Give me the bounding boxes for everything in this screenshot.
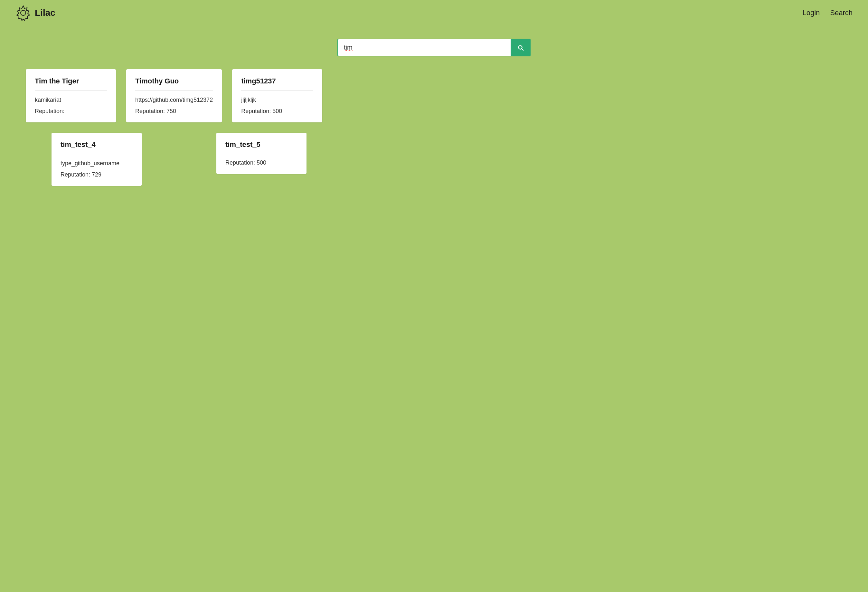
- user-card-4[interactable]: tim_test_4 type_github_username Reputati…: [52, 133, 142, 186]
- card-detail-4: type_github_username: [61, 160, 133, 167]
- card-name-1: Tim the Tiger: [35, 77, 107, 91]
- svg-marker-0: [17, 6, 30, 21]
- card-name-4: tim_test_4: [61, 141, 133, 154]
- search-button[interactable]: [511, 38, 531, 56]
- search-input[interactable]: [337, 38, 511, 56]
- card-name-2: Timothy Guo: [135, 77, 213, 91]
- results-row-1: Tim the Tiger kamikariat Reputation: Tim…: [26, 69, 842, 122]
- user-card-2[interactable]: Timothy Guo https://github.com/timg51237…: [126, 69, 222, 122]
- card-name-3: timg51237: [241, 77, 313, 91]
- user-card-3[interactable]: timg51237 jljljkljk Reputation: 500: [232, 69, 322, 122]
- results-row-2: tim_test_4 type_github_username Reputati…: [26, 133, 842, 186]
- logo-area: Lilac: [15, 5, 55, 21]
- search-link[interactable]: Search: [830, 9, 853, 17]
- user-card-1[interactable]: Tim the Tiger kamikariat Reputation:: [26, 69, 116, 122]
- search-container: [337, 38, 531, 56]
- card-reputation-5: Reputation: 500: [225, 160, 298, 166]
- card-detail-2: https://github.com/timg512372: [135, 96, 213, 104]
- results-section: Tim the Tiger kamikariat Reputation: Tim…: [0, 63, 868, 203]
- search-icon: [517, 44, 524, 51]
- card-reputation-2: Reputation: 750: [135, 108, 213, 115]
- search-section: [0, 26, 868, 63]
- logo-text: Lilac: [35, 8, 55, 18]
- header: Lilac Login Search: [0, 0, 868, 26]
- card-name-5: tim_test_5: [225, 141, 298, 154]
- header-nav: Login Search: [802, 9, 853, 17]
- card-detail-1: kamikariat: [35, 96, 107, 104]
- card-detail-3: jljljkljk: [241, 96, 313, 104]
- card-reputation-4: Reputation: 729: [61, 171, 133, 178]
- user-card-5[interactable]: tim_test_5 Reputation: 500: [216, 133, 307, 174]
- card-reputation-3: Reputation: 500: [241, 108, 313, 115]
- logo-icon: [15, 5, 31, 21]
- card-reputation-1: Reputation:: [35, 108, 107, 115]
- login-link[interactable]: Login: [802, 9, 820, 17]
- svg-point-1: [21, 10, 26, 15]
